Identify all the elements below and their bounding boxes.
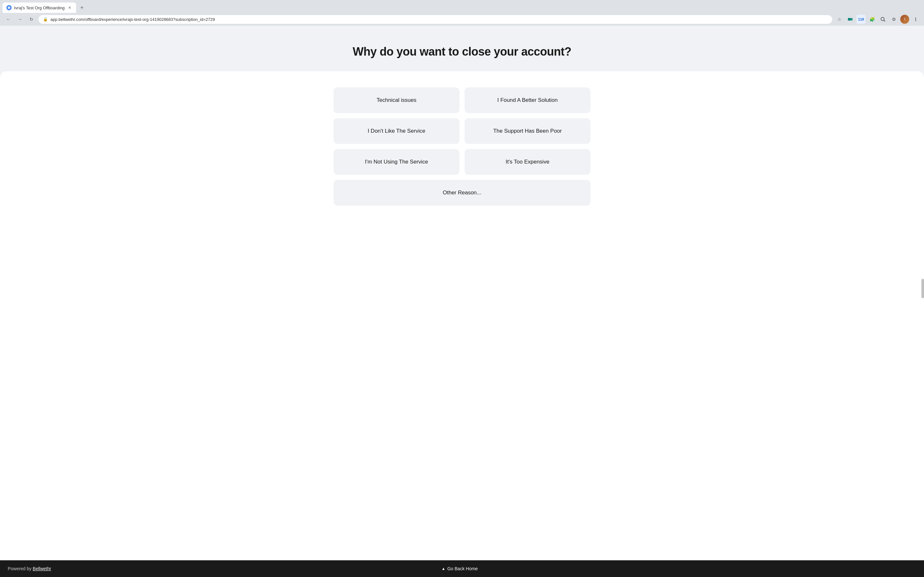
svg-marker-2 [851,18,852,21]
option-dont-like[interactable]: I Don't Like The Service [334,118,460,144]
option-not-using[interactable]: I'm Not Using The Service [334,149,460,175]
page-content: Why do you want to close your account? T… [0,26,924,560]
go-back-home-button[interactable]: ▲ Go Back Home [442,566,478,571]
option-poor-support[interactable]: The Support Has Been Poor [464,118,590,144]
url-text: app.bellwethr.com/offboard/experience/iv… [50,17,215,22]
bookmark-icon[interactable]: ☆ [835,15,844,24]
content-card: Technical issues I Found A Better Soluti… [0,71,924,560]
svg-rect-1 [848,18,851,21]
address-bar[interactable]: 🔒 app.bellwethr.com/offboard/experience/… [39,15,832,24]
extension-puzzle-icon[interactable]: 🧩 [868,15,876,24]
tab-bar: Ivraj's Test Org Offboarding ✕ + [0,0,924,13]
option-too-expensive[interactable]: It's Too Expensive [464,149,590,175]
svg-point-3 [881,17,884,21]
tab-title: Ivraj's Test Org Offboarding [14,5,64,10]
browser-chrome: Ivraj's Test Org Offboarding ✕ + ← → ↻ 🔒… [0,0,924,26]
footer-powered-by: Powered by Bellwethr [8,566,51,571]
svg-point-0 [8,6,10,9]
option-technical-issues[interactable]: Technical issues [334,87,460,113]
scrollbar[interactable] [921,279,924,298]
extensions-icon[interactable]: ⚙ [889,15,898,24]
reload-button[interactable]: ↻ [27,15,36,24]
brand-link[interactable]: Bellwethr [33,566,51,571]
page-header: Why do you want to close your account? [0,26,924,71]
active-tab[interactable]: Ivraj's Test Org Offboarding ✕ [3,3,76,13]
toolbar-right: ☆ 118 🧩 ⚙ I [835,15,920,24]
page-title: Why do you want to close your account? [6,45,918,58]
option-better-solution[interactable]: I Found A Better Solution [464,87,590,113]
zoom-icon[interactable] [878,15,887,24]
tab-favicon [6,5,11,10]
option-other-reason[interactable]: Other Reason... [334,180,590,206]
back-button[interactable]: ← [4,15,13,24]
new-tab-button[interactable]: + [77,3,86,12]
footer: Powered by Bellwethr ▲ Go Back Home [0,560,924,577]
chrome-menu-icon[interactable] [911,15,920,24]
profile-avatar[interactable]: I [900,15,909,24]
forward-button[interactable]: → [15,15,24,24]
address-bar-row: ← → ↻ 🔒 app.bellwethr.com/offboard/exper… [0,13,924,26]
options-grid: Technical issues I Found A Better Soluti… [334,87,590,206]
svg-point-7 [915,20,916,21]
svg-line-4 [884,20,885,21]
gmail-badge[interactable]: 118 [857,15,866,24]
go-back-label: Go Back Home [447,566,478,571]
svg-point-6 [915,19,916,20]
google-meet-icon[interactable] [846,15,855,24]
tab-close-button[interactable]: ✕ [67,5,72,10]
lock-icon: 🔒 [43,17,48,21]
home-arrow-icon: ▲ [442,566,445,571]
powered-by-text: Powered by [8,566,33,571]
svg-point-5 [915,18,916,19]
